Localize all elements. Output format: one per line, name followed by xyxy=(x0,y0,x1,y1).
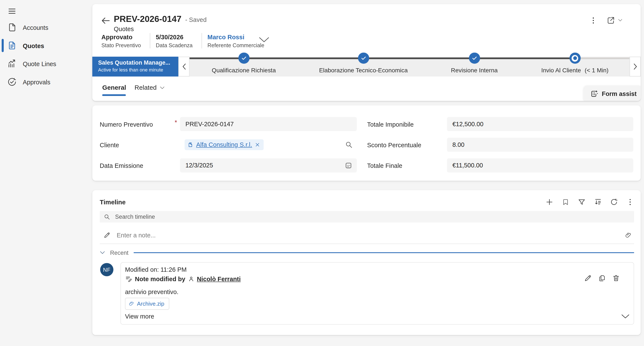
stage-label[interactable]: Revisione Interna xyxy=(451,67,498,74)
paperclip-icon xyxy=(129,301,134,307)
sidebar-item-accounts[interactable]: Accounts xyxy=(0,18,92,36)
accounts-icon xyxy=(7,22,17,32)
record-pages-icon xyxy=(188,142,193,148)
quotes-icon xyxy=(7,40,17,50)
sidebar-item-approvals[interactable]: Approvals xyxy=(0,73,92,91)
lookup-search-icon[interactable] xyxy=(345,141,353,149)
active-tab-underline xyxy=(102,94,126,96)
field-label: Data Emissione xyxy=(100,162,143,169)
cliente-chip: Alfa Consulting S.r.l. xyxy=(184,139,264,150)
attachment-chip[interactable]: Archive.zip xyxy=(125,298,169,310)
record-title-row: PREV-2026-0147 - Saved xyxy=(114,14,207,24)
header-actions xyxy=(590,16,622,25)
entry-author-link[interactable]: Nicolò Ferranti xyxy=(197,275,240,283)
summary-field: Approvato Stato Preventivo xyxy=(102,33,150,48)
more-options-icon[interactable] xyxy=(590,16,598,24)
stage-label-current[interactable]: Invio Al Cliente(< 1 Min) xyxy=(541,67,608,74)
stage-current-icon[interactable] xyxy=(569,52,580,64)
search-timeline-input[interactable] xyxy=(114,213,630,220)
process-scroll-right-button[interactable] xyxy=(630,57,641,76)
process-status: Active for less than one minute xyxy=(98,67,163,72)
search-icon xyxy=(104,214,110,220)
bookmark-icon[interactable] xyxy=(562,198,570,206)
app-root: Accounts Quotes Quote Lines Approvals PR… xyxy=(0,0,644,346)
form-assist-button[interactable]: Form assist xyxy=(584,86,641,101)
sidebar-item-label: Accounts xyxy=(23,24,48,31)
tab-related-label: Related xyxy=(134,84,156,91)
sidebar-item-label: Approvals xyxy=(23,78,50,85)
timeline-more-icon[interactable] xyxy=(626,198,634,206)
process-stage-box[interactable]: Sales Quotation Manage... Active for les… xyxy=(92,57,178,76)
timeline-entry-card[interactable]: Modified on: 11:26 PM Note modified by N… xyxy=(120,262,634,325)
field-label: Sconto Percentuale xyxy=(367,141,421,149)
timeline-search xyxy=(100,211,634,223)
cliente-link[interactable]: Alfa Consulting S.r.l. xyxy=(196,138,252,152)
date-picker-icon[interactable] xyxy=(345,162,352,169)
record-title: PREV-2026-0147 xyxy=(114,14,182,24)
copy-icon[interactable] xyxy=(598,274,606,282)
process-scroll-left-button[interactable] xyxy=(178,57,190,76)
sconto-percentuale-field[interactable]: 8.00 xyxy=(447,138,633,152)
avatar: NF xyxy=(100,263,114,276)
note-input-row xyxy=(100,227,634,244)
numero-preventivo-field[interactable]: PREV-2026-0147 xyxy=(180,117,357,131)
totale-imponibile-field[interactable]: €12,500.00 xyxy=(447,117,633,131)
back-button[interactable] xyxy=(100,16,110,25)
entry-expand-chevron-icon[interactable] xyxy=(621,313,630,320)
refresh-icon[interactable] xyxy=(610,198,618,206)
entry-actions xyxy=(584,274,620,282)
edit-icon[interactable] xyxy=(584,274,592,282)
record-header-card: PREV-2026-0147 - Saved Quotes Approvato … xyxy=(92,4,641,101)
collapse-chevron-icon[interactable] xyxy=(100,251,105,255)
remove-value-icon[interactable] xyxy=(255,142,260,147)
sidebar-item-label: Quote Lines xyxy=(23,60,56,67)
timeline-toolbar xyxy=(546,198,634,206)
tab-general[interactable]: General xyxy=(102,84,126,91)
attach-icon[interactable] xyxy=(625,231,632,239)
process-track: Qualificazione Richiesta Elaborazione Te… xyxy=(190,57,630,76)
entry-action-row: Note modified by Nicolò Ferranti xyxy=(125,275,241,283)
sidebar-item-quotes[interactable]: Quotes xyxy=(0,36,92,55)
data-emissione-field[interactable]: 12/3/2025 xyxy=(180,158,357,173)
timeline-title: Timeline xyxy=(100,199,126,206)
delete-icon[interactable] xyxy=(612,274,620,282)
recent-label: Recent xyxy=(110,249,128,256)
timeline-card: Timeline Recent NF Modified on: 11:26 PM xyxy=(92,190,641,335)
divider xyxy=(202,33,202,48)
note-icon xyxy=(125,275,132,283)
hamburger-menu-icon[interactable] xyxy=(5,5,19,17)
stage-label[interactable]: Elaborazione Tecnico-Economica xyxy=(319,67,408,74)
stage-label-text: Invio Al Cliente xyxy=(541,67,581,74)
sidebar-item-quote-lines[interactable]: Quote Lines xyxy=(0,54,92,73)
pencil-icon xyxy=(104,232,111,239)
entry-action-text: Note modified by xyxy=(135,275,185,283)
share-button[interactable] xyxy=(606,16,622,25)
sidebar-item-label: Quotes xyxy=(23,42,44,49)
tab-related[interactable]: Related xyxy=(134,84,165,91)
view-more-button[interactable]: View more xyxy=(125,313,154,320)
filter-icon[interactable] xyxy=(578,198,586,206)
add-icon[interactable] xyxy=(546,198,553,206)
sidebar: Accounts Quotes Quote Lines Approvals xyxy=(0,0,92,346)
stage-check-icon[interactable] xyxy=(358,52,369,64)
summary-value-link[interactable]: Marco Rossi xyxy=(208,33,264,41)
stage-check-icon[interactable] xyxy=(469,52,480,64)
cliente-lookup-field[interactable]: Alfa Consulting S.r.l. xyxy=(180,138,357,152)
entry-modified-on: Modified on: 11:26 PM xyxy=(125,266,187,273)
header-expand-chevron-icon[interactable] xyxy=(259,36,269,45)
sort-icon[interactable] xyxy=(594,198,602,206)
required-asterisk: * xyxy=(175,119,177,126)
field-label: Totale Imponibile xyxy=(367,121,414,128)
chevron-down-icon xyxy=(618,19,622,22)
person-icon xyxy=(188,276,194,282)
recent-divider-line xyxy=(134,252,634,253)
header-summary: Approvato Stato Preventivo 5/30/2026 Dat… xyxy=(102,33,274,48)
field-label: Numero Preventivo xyxy=(100,121,153,128)
enter-note-input[interactable] xyxy=(116,231,620,239)
stage-check-icon[interactable] xyxy=(238,52,250,64)
stage-label[interactable]: Qualificazione Richiesta xyxy=(212,67,276,74)
divider xyxy=(150,33,150,48)
field-label: Totale Finale xyxy=(367,162,402,169)
sidebar-nav: Accounts Quotes Quote Lines Approvals xyxy=(0,18,92,91)
totale-finale-field[interactable]: €11,500.00 xyxy=(447,158,633,173)
